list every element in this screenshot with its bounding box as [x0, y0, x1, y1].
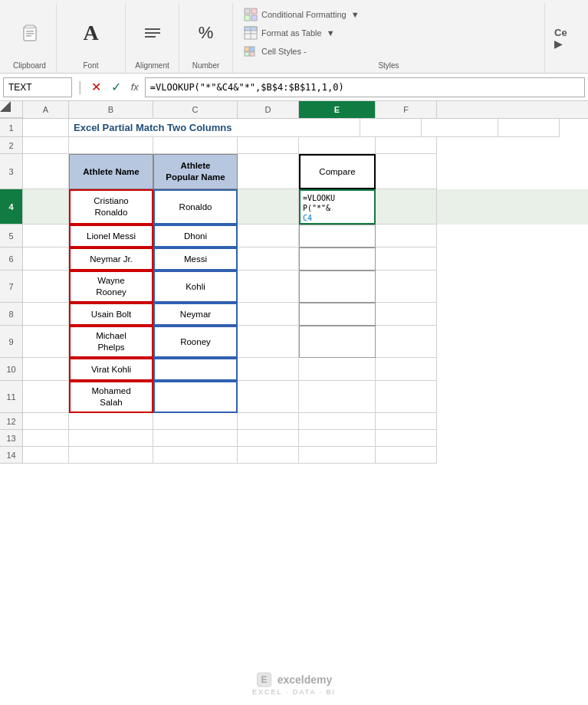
- formula-display[interactable]: =VLOOKUP("*"&C4&"*",$B$4:$B$11,1,0): [145, 77, 585, 97]
- cell-a12[interactable]: [23, 413, 69, 430]
- cell-b5[interactable]: Lionel Messi: [69, 225, 153, 248]
- cell-f8[interactable]: [376, 303, 437, 326]
- col-header-b[interactable]: B: [69, 101, 153, 118]
- cell-b14[interactable]: [69, 447, 153, 464]
- row-header-7[interactable]: 7: [0, 271, 23, 303]
- cell-c12[interactable]: [153, 413, 238, 430]
- cell-d9[interactable]: [238, 326, 299, 358]
- row-header-1[interactable]: 1: [0, 119, 23, 137]
- cell-b6[interactable]: Neymar Jr.: [69, 248, 153, 271]
- cell-b8[interactable]: Usain Bolt: [69, 303, 153, 326]
- cell-d14[interactable]: [238, 447, 299, 464]
- cell-c10[interactable]: [153, 358, 238, 381]
- cell-a8[interactable]: [23, 303, 69, 326]
- cell-c4[interactable]: Ronaldo: [153, 189, 238, 225]
- cell-f1[interactable]: [498, 119, 560, 137]
- cells-button[interactable]: Ce ▶: [551, 26, 579, 51]
- cell-c14[interactable]: [153, 447, 238, 464]
- format-table-button[interactable]: Format as Table ▼: [241, 25, 537, 41]
- cell-a6[interactable]: [23, 248, 69, 271]
- row-header-6[interactable]: 6: [0, 248, 23, 271]
- cell-c13[interactable]: [153, 430, 238, 447]
- cell-d2[interactable]: [238, 137, 299, 154]
- row-header-11[interactable]: 11: [0, 381, 23, 413]
- cell-f14[interactable]: [376, 447, 437, 464]
- cancel-formula-button[interactable]: ✕: [88, 79, 105, 96]
- cell-e5[interactable]: [299, 225, 376, 248]
- cell-d5[interactable]: [238, 225, 299, 248]
- cell-e14[interactable]: [299, 447, 376, 464]
- cell-b12[interactable]: [69, 413, 153, 430]
- cell-c11[interactable]: [153, 381, 238, 413]
- select-all-button[interactable]: [0, 101, 23, 118]
- cell-b7[interactable]: WayneRooney: [69, 271, 153, 303]
- row-header-8[interactable]: 8: [0, 303, 23, 326]
- cell-f7[interactable]: [376, 271, 437, 303]
- cell-b11[interactable]: MohamedSalah: [69, 381, 153, 413]
- cell-f4[interactable]: [376, 189, 437, 225]
- cell-f13[interactable]: [376, 430, 437, 447]
- col-header-a[interactable]: A: [23, 101, 69, 118]
- name-box[interactable]: TEXT: [3, 77, 72, 97]
- row-header-13[interactable]: 13: [0, 430, 23, 447]
- row-header-10[interactable]: 10: [0, 358, 23, 381]
- cell-b10[interactable]: Virat Kohli: [69, 358, 153, 381]
- cell-f2[interactable]: [376, 137, 437, 154]
- cell-a1[interactable]: [23, 119, 69, 137]
- cell-d8[interactable]: [238, 303, 299, 326]
- cell-f6[interactable]: [376, 248, 437, 271]
- cell-a13[interactable]: [23, 430, 69, 447]
- cell-c3[interactable]: AthletePopular Name: [153, 154, 238, 189]
- cell-f11[interactable]: [376, 381, 437, 413]
- cell-e9[interactable]: [299, 326, 376, 358]
- cell-c5[interactable]: Dhoni: [153, 225, 238, 248]
- row-header-3[interactable]: 3: [0, 154, 23, 189]
- cell-d4[interactable]: [238, 189, 299, 225]
- row-header-5[interactable]: 5: [0, 225, 23, 248]
- cell-a2[interactable]: [23, 137, 69, 154]
- cell-a9[interactable]: [23, 326, 69, 358]
- cell-a5[interactable]: [23, 225, 69, 248]
- cell-d3[interactable]: [238, 154, 299, 189]
- row-header-9[interactable]: 9: [0, 326, 23, 358]
- cell-e4[interactable]: =VLOOKUP("*"&C4&"*",$B$4:$B$11,1,0): [299, 189, 376, 225]
- font-button[interactable]: A: [77, 21, 105, 45]
- cell-b13[interactable]: [69, 430, 153, 447]
- cell-a3[interactable]: [23, 154, 69, 189]
- cell-a11[interactable]: [23, 381, 69, 413]
- cell-f3[interactable]: [376, 154, 437, 189]
- cell-c7[interactable]: Kohli: [153, 271, 238, 303]
- confirm-formula-button[interactable]: ✓: [108, 79, 125, 96]
- cell-a7[interactable]: [23, 271, 69, 303]
- row-header-2[interactable]: 2: [0, 137, 23, 154]
- alignment-button[interactable]: [139, 21, 166, 45]
- cell-c9[interactable]: Rooney: [153, 326, 238, 358]
- row-header-14[interactable]: 14: [0, 447, 23, 464]
- row-header-12[interactable]: 12: [0, 413, 23, 430]
- cell-d7[interactable]: [238, 271, 299, 303]
- cell-e1[interactable]: [422, 119, 498, 137]
- cell-d12[interactable]: [238, 413, 299, 430]
- conditional-formatting-button[interactable]: Conditional Formatting ▼: [241, 6, 537, 23]
- cell-d1[interactable]: [360, 119, 422, 137]
- cell-styles-button[interactable]: Cell Styles -: [241, 43, 537, 60]
- cell-e6[interactable]: [299, 248, 376, 271]
- cell-b2[interactable]: [69, 137, 153, 154]
- cell-d6[interactable]: [238, 248, 299, 271]
- row-header-4[interactable]: 4: [0, 189, 23, 225]
- cell-e13[interactable]: [299, 430, 376, 447]
- cell-e2[interactable]: [299, 137, 376, 154]
- cell-a4[interactable]: [23, 189, 69, 225]
- cell-a10[interactable]: [23, 358, 69, 381]
- cell-e8[interactable]: [299, 303, 376, 326]
- col-header-f[interactable]: F: [376, 101, 437, 118]
- cell-e12[interactable]: [299, 413, 376, 430]
- cell-a14[interactable]: [23, 447, 69, 464]
- cell-f12[interactable]: [376, 413, 437, 430]
- cell-e11[interactable]: [299, 381, 376, 413]
- number-button[interactable]: %: [192, 21, 220, 45]
- cell-e3[interactable]: Compare: [299, 154, 376, 189]
- cell-c8[interactable]: Neymar: [153, 303, 238, 326]
- cell-f10[interactable]: [376, 358, 437, 381]
- cell-e7[interactable]: [299, 271, 376, 303]
